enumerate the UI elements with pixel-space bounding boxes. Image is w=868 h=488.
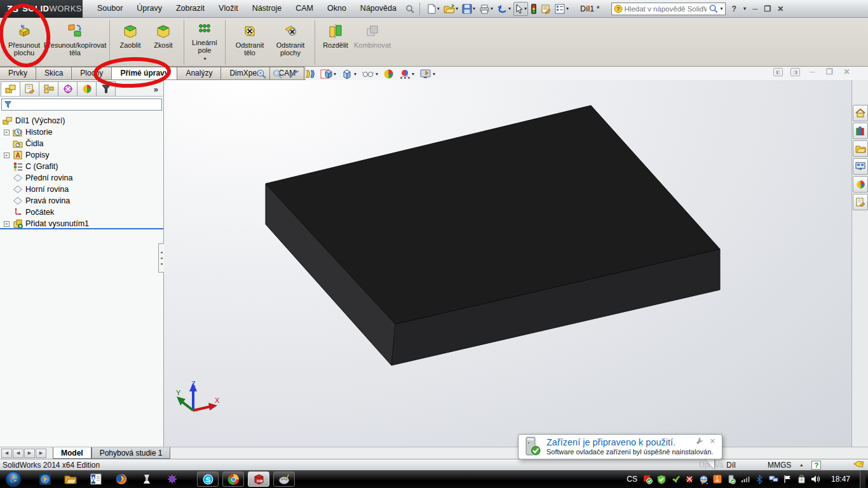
hide-show-items-button[interactable]: ▾ bbox=[361, 69, 379, 79]
view-orientation-button[interactable]: ▾ bbox=[320, 68, 337, 80]
statusbar-units[interactable]: MMGS ▴ ? bbox=[768, 461, 821, 470]
section-view-button[interactable] bbox=[304, 68, 316, 80]
tray-solidworks-icon[interactable] bbox=[643, 475, 653, 484]
device-ready-notification[interactable]: Zařízení je připraveno k použití. Softwa… bbox=[518, 434, 722, 459]
tree-item-predni-rovina[interactable]: Přední rovina bbox=[3, 172, 163, 184]
pane-left-button[interactable]: ◧ bbox=[773, 68, 783, 76]
menu-cam[interactable]: CAM bbox=[288, 0, 320, 17]
view-settings-button[interactable]: ▾ bbox=[419, 68, 436, 80]
taskbar-firefox-icon[interactable] bbox=[114, 472, 128, 486]
minimize-button[interactable]: ─ bbox=[752, 5, 758, 13]
help-button[interactable]: ? bbox=[732, 5, 736, 13]
restore-button[interactable]: ❐ bbox=[764, 5, 771, 13]
menu-soubor[interactable]: Soubor bbox=[90, 0, 130, 17]
zoom-to-area-button[interactable] bbox=[271, 68, 283, 80]
doc-close-button[interactable]: ✕ bbox=[842, 68, 851, 76]
tray-removable-device-icon[interactable] bbox=[797, 475, 806, 484]
taskbar-chrome-button[interactable] bbox=[222, 471, 244, 487]
taskbar-explorer-icon[interactable] bbox=[64, 472, 78, 486]
options-button[interactable]: ▾ bbox=[553, 2, 570, 16]
taskbar-word-icon[interactable]: W bbox=[89, 472, 103, 486]
appearances-scenes-button[interactable] bbox=[853, 176, 868, 193]
configurationmanager-tab[interactable] bbox=[39, 81, 58, 96]
view-palette-button[interactable] bbox=[853, 158, 868, 175]
tray-device-ready-icon[interactable] bbox=[727, 475, 736, 484]
show-desktop-button[interactable] bbox=[860, 470, 865, 488]
print-button[interactable]: ▾ bbox=[478, 2, 494, 16]
menu-napoveda[interactable]: Nápověda bbox=[353, 0, 403, 17]
menu-vlozit[interactable]: Vložit bbox=[212, 0, 245, 17]
tab-scroll-prev-button[interactable]: ◀ bbox=[13, 449, 24, 458]
language-indicator[interactable]: CS bbox=[627, 475, 637, 484]
displaymanager-tab[interactable] bbox=[77, 81, 97, 96]
sw-resources-button[interactable] bbox=[853, 105, 868, 121]
tab-motion-study[interactable]: Pohybová studie 1 bbox=[92, 447, 171, 459]
menu-nastroje[interactable]: Nástroje bbox=[245, 0, 289, 17]
expand-icon[interactable]: + bbox=[4, 152, 10, 158]
units-arrow-icon[interactable]: ▴ bbox=[800, 462, 803, 468]
open-document-button[interactable]: ▾ bbox=[442, 2, 459, 16]
taskbar-solidworks-button[interactable]: SW bbox=[248, 471, 269, 487]
tab-analyzy[interactable]: Analýzy bbox=[177, 67, 221, 79]
tray-checkmark-icon[interactable] bbox=[671, 475, 681, 484]
start-button[interactable] bbox=[3, 471, 24, 487]
expand-icon[interactable]: + bbox=[4, 221, 10, 227]
new-document-button[interactable]: ▾ bbox=[426, 2, 441, 16]
help-caret[interactable]: ▾ bbox=[743, 6, 746, 11]
featuremanager-tree-tab[interactable] bbox=[1, 81, 20, 96]
menu-zobrazit[interactable]: Zobrazit bbox=[169, 0, 212, 17]
menu-upravy[interactable]: Úpravy bbox=[130, 0, 169, 17]
tray-bluetooth-icon[interactable] bbox=[755, 475, 764, 484]
move-face-button[interactable]: Přesunout plochu bbox=[4, 20, 44, 59]
tray-globe-icon[interactable] bbox=[699, 475, 709, 484]
custom-properties-button[interactable] bbox=[853, 194, 868, 210]
panel-splitter-handle[interactable]: ◂ ◂ ◂ bbox=[158, 243, 164, 273]
tree-item-prava-rovina[interactable]: Pravá rovina bbox=[3, 195, 163, 207]
tray-flag-icon[interactable] bbox=[783, 475, 792, 484]
delete-face-button[interactable]: Odstranit plochy bbox=[270, 20, 311, 59]
help-search-box[interactable]: ? ▾ bbox=[611, 3, 726, 15]
tray-java-icon[interactable] bbox=[713, 475, 722, 484]
tab-scroll-first-button[interactable]: ◀ bbox=[1, 449, 12, 458]
edit-appearance-button[interactable] bbox=[383, 68, 395, 80]
tree-item-popisy[interactable]: + A Popisy bbox=[3, 149, 163, 161]
notification-close-icon[interactable]: ✕ bbox=[710, 437, 715, 445]
taskbar-app-purple-icon[interactable] bbox=[165, 472, 179, 486]
units-label[interactable]: MMGS bbox=[768, 461, 791, 470]
close-button[interactable]: ✕ bbox=[777, 5, 783, 13]
file-properties-button[interactable] bbox=[539, 2, 552, 16]
tree-item-cidla[interactable]: Čidla bbox=[3, 138, 163, 149]
filter-tab[interactable] bbox=[96, 81, 116, 96]
tag-icon[interactable] bbox=[853, 461, 864, 469]
tray-network-icon[interactable] bbox=[769, 475, 778, 484]
expand-icon[interactable]: + bbox=[4, 130, 10, 135]
graphics-viewport[interactable]: Z Y X bbox=[164, 80, 851, 447]
statusbar-help-icon[interactable]: ? bbox=[811, 461, 821, 470]
tree-item-historie[interactable]: + Historie bbox=[3, 126, 163, 138]
delete-body-button[interactable]: Odstranit tělo bbox=[229, 20, 270, 59]
tree-item-horni-rovina[interactable]: Horní rovina bbox=[3, 184, 163, 195]
dimxpertmanager-tab[interactable] bbox=[58, 81, 78, 96]
chamfer-button[interactable]: Zkosit bbox=[147, 20, 180, 51]
tab-skica[interactable]: Skica bbox=[36, 67, 72, 79]
split-button[interactable]: Rozdělit bbox=[319, 20, 352, 51]
tray-signal-icon[interactable] bbox=[741, 475, 750, 484]
tree-filter-input[interactable] bbox=[15, 101, 159, 109]
save-button[interactable]: ▾ bbox=[461, 2, 477, 16]
taskbar-skype-button[interactable]: S bbox=[197, 471, 219, 487]
tree-root-dil1[interactable]: Díl1 (Výchozí) bbox=[3, 115, 163, 126]
display-style-button[interactable]: ▾ bbox=[341, 68, 357, 80]
propertymanager-tab[interactable] bbox=[20, 81, 39, 96]
zoom-to-fit-button[interactable] bbox=[255, 68, 268, 80]
undo-button[interactable]: ▾ bbox=[496, 2, 512, 16]
part-3d-model[interactable] bbox=[164, 80, 851, 447]
select-tool-button[interactable]: ▾ bbox=[513, 2, 528, 16]
tab-scroll-next-button[interactable]: ▶ bbox=[24, 449, 35, 458]
tree-item-material[interactable]: C (Grafit) bbox=[3, 161, 163, 172]
menu-search-icon[interactable] bbox=[403, 2, 416, 16]
taskbar-clock[interactable]: 18:47 bbox=[831, 475, 850, 484]
doc-restore-button[interactable]: ❐ bbox=[825, 68, 834, 76]
tab-prime-upravy[interactable]: Přímé úpravy bbox=[111, 67, 177, 79]
apply-scene-button[interactable]: ▾ bbox=[398, 68, 415, 80]
tray-maple-blocked-icon[interactable] bbox=[685, 475, 695, 484]
